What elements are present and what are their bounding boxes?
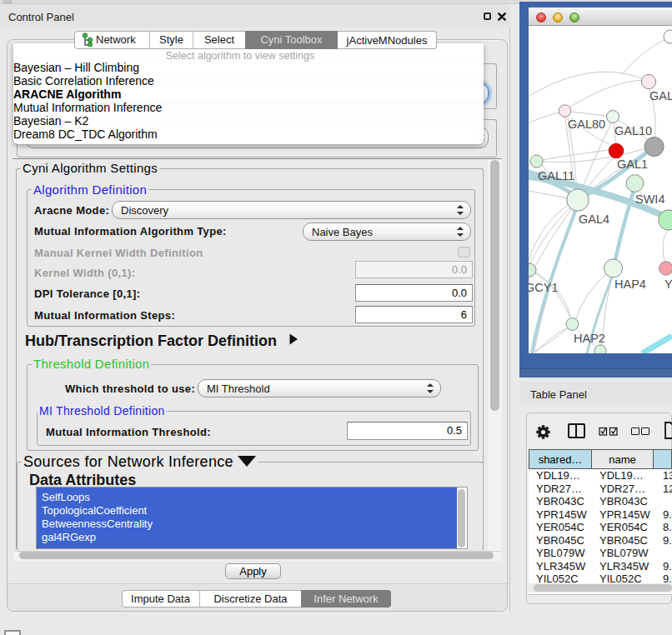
svg-text:HAP4: HAP4 (614, 278, 646, 291)
svg-text:GAL11: GAL11 (538, 169, 574, 182)
svg-text:GAL1: GAL1 (617, 158, 648, 171)
svg-text:GAL10: GAL10 (614, 124, 652, 138)
svg-text:SWI4: SWI4 (635, 192, 664, 206)
svg-text:GAL: GAL (649, 89, 672, 102)
svg-text:HAP2: HAP2 (574, 332, 605, 345)
svg-text:GCY1: GCY1 (529, 281, 559, 294)
svg-text:GAL4: GAL4 (579, 212, 609, 226)
svg-text:Y: Y (664, 278, 672, 291)
svg-text:GAL80: GAL80 (568, 118, 605, 131)
